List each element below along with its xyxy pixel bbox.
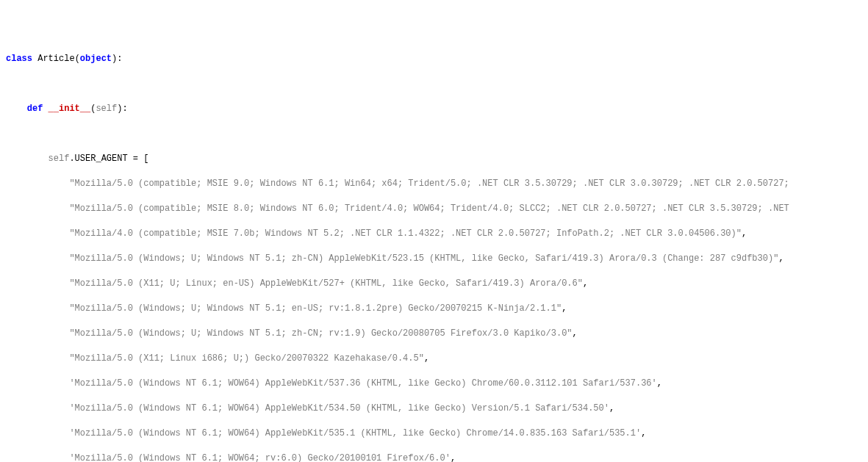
code-line: 'Mozilla/5.0 (Windows NT 6.1; WOW64) App… — [6, 427, 862, 440]
code-line: "Mozilla/5.0 (Windows; U; Windows NT 5.1… — [6, 253, 862, 265]
keyword-class: class — [6, 54, 32, 64]
code-line: def __init__(self): — [6, 103, 862, 115]
code-editor[interactable]: class Article(object): def __init__(self… — [6, 53, 862, 462]
code-line: "Mozilla/5.0 (Windows; U; Windows NT 5.1… — [6, 328, 862, 340]
code-line: "Mozilla/5.0 (X11; U; Linux; en-US) Appl… — [6, 278, 862, 290]
code-line — [6, 78, 862, 90]
code-line: "Mozilla/5.0 (Windows; U; Windows NT 5.1… — [6, 303, 862, 315]
code-line: class Article(object): — [6, 53, 862, 65]
code-line: "Mozilla/5.0 (X11; Linux i686; U;) Gecko… — [6, 353, 862, 365]
code-line: 'Mozilla/5.0 (Windows NT 6.1; WOW64; rv:… — [6, 452, 862, 462]
code-line: "Mozilla/4.0 (compatible; MSIE 7.0b; Win… — [6, 228, 862, 240]
code-line: self.USER_AGENT = [ — [6, 153, 862, 165]
code-line: "Mozilla/5.0 (compatible; MSIE 8.0; Wind… — [6, 203, 862, 215]
code-line: 'Mozilla/5.0 (Windows NT 6.1; WOW64) App… — [6, 378, 862, 390]
code-line — [6, 128, 862, 140]
code-line: "Mozilla/5.0 (compatible; MSIE 9.0; Wind… — [6, 178, 862, 190]
code-line: 'Mozilla/5.0 (Windows NT 6.1; WOW64) App… — [6, 403, 862, 415]
method-init: __init__ — [49, 104, 91, 114]
